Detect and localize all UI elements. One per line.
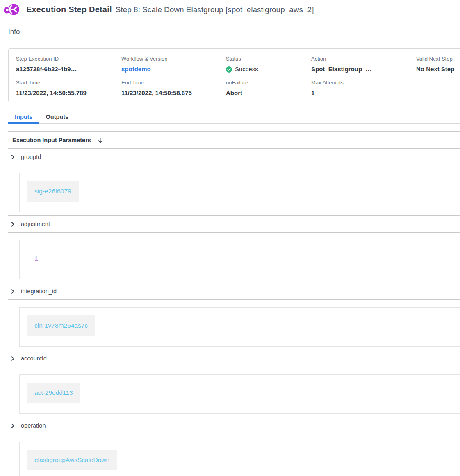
field-label: Status xyxy=(226,55,311,62)
page-subtitle: Step 8: Scale Down Elastgroup [spot_elas… xyxy=(116,5,314,14)
field-valid-next-step: Valid Next Step No Next Step xyxy=(416,55,460,73)
field-end-time: End Time 11/23/2022, 14:50:58.675 xyxy=(121,79,226,97)
param-value-box: act-29ddd113 xyxy=(19,374,460,414)
arrow-down-icon[interactable] xyxy=(97,137,103,143)
chevron-right-icon xyxy=(11,222,15,227)
param-name: groupId xyxy=(21,154,41,160)
field-value: No Next Step xyxy=(416,65,460,73)
param-header-groupid[interactable]: groupId xyxy=(0,149,460,165)
param-name: integration_id xyxy=(21,288,57,295)
field-label: Valid Next Step xyxy=(416,55,460,62)
tab-inputs[interactable]: Inputs xyxy=(8,111,39,124)
field-onfailure: onFailure Abort xyxy=(226,79,311,97)
tabbar: Inputs Outputs xyxy=(8,111,460,124)
info-section-title: Info xyxy=(8,27,460,37)
panel-title-row: Execution Input Parameters xyxy=(0,132,460,148)
info-divider xyxy=(8,42,460,42)
param-body-accountid: act-29ddd113 xyxy=(0,367,460,417)
field-action: Action Spot_Elastigroup_… xyxy=(311,55,416,73)
field-value: 11/23/2022, 14:50:58.675 xyxy=(121,89,226,97)
panel-title: Execution Input Parameters xyxy=(12,137,91,143)
chevron-right-icon xyxy=(11,289,15,294)
field-value: 11/23/2022, 14:50:55.789 xyxy=(16,89,121,97)
param-value-box: 1 xyxy=(19,240,460,279)
param-name: accountId xyxy=(21,355,47,362)
param-body-groupid: sig-e26f6079 xyxy=(0,165,460,215)
field-status: Status Success xyxy=(226,55,311,73)
header-divider xyxy=(8,18,460,18)
tab-outputs[interactable]: Outputs xyxy=(39,111,75,124)
field-step-execution-id: Step Execution ID a125728f-6b22-4b9… xyxy=(16,55,121,73)
page-title: Execution Step Detail xyxy=(26,5,112,14)
app-header: Execution Step Detail Step 8: Scale Down… xyxy=(0,0,460,18)
field-label: Start Time xyxy=(16,79,121,86)
param-header-accountid[interactable]: accountId xyxy=(0,350,460,367)
param-name: adjustment xyxy=(21,221,50,227)
field-label: Workflow & Version xyxy=(121,55,226,62)
chevron-right-icon xyxy=(11,155,15,159)
field-workflow-version: Workflow & Version spotdemo xyxy=(121,55,226,73)
param-body-integration-id: cin-1v78m264as7c xyxy=(0,300,460,350)
field-label: Action xyxy=(311,55,416,62)
status-badge: Success xyxy=(226,65,311,73)
param-value-chip: elastigroupAwsScaleDown xyxy=(27,450,117,470)
param-body-operation: elastigroupAwsScaleDown xyxy=(0,434,460,476)
field-value: Spot_Elastigroup_… xyxy=(311,65,416,73)
status-text: Success xyxy=(235,65,258,73)
chevron-right-icon xyxy=(11,356,15,361)
field-value: a125728f-6b22-4b9… xyxy=(16,65,121,73)
param-value-chip: act-29ddd113 xyxy=(27,383,80,403)
param-value-box: elastigroupAwsScaleDown xyxy=(19,442,460,476)
field-label: Max Attempts xyxy=(311,79,416,86)
field-label: End Time xyxy=(121,79,226,86)
info-card: Step Execution ID a125728f-6b22-4b9… Wor… xyxy=(8,48,460,102)
inputs-panel: Execution Input Parameters groupId sig-e… xyxy=(0,131,460,476)
param-body-adjustment: 1 xyxy=(0,233,460,283)
field-max-attempts: Max Attempts 1 xyxy=(311,79,416,97)
param-header-integration-id[interactable]: integration_id xyxy=(0,283,460,299)
chevron-right-icon xyxy=(11,424,15,428)
param-value-chip: cin-1v78m264as7c xyxy=(27,315,95,336)
param-header-operation[interactable]: operation xyxy=(0,417,460,434)
param-name: operation xyxy=(21,422,46,429)
field-value: 1 xyxy=(311,89,416,97)
field-label: Step Execution ID xyxy=(16,55,121,62)
workflow-link[interactable]: spotdemo xyxy=(121,65,226,73)
spot-logo-icon xyxy=(3,2,20,17)
field-label: onFailure xyxy=(226,79,311,86)
param-value-box: cin-1v78m264as7c xyxy=(19,307,460,347)
param-value-number: 1 xyxy=(27,248,46,269)
check-circle-icon xyxy=(226,66,232,73)
param-header-adjustment[interactable]: adjustment xyxy=(0,216,460,232)
param-value-chip: sig-e26f6079 xyxy=(27,181,79,202)
field-start-time: Start Time 11/23/2022, 14:50:55.789 xyxy=(16,79,121,97)
field-value: Abort xyxy=(226,89,311,97)
param-value-box: sig-e26f6079 xyxy=(19,173,460,212)
